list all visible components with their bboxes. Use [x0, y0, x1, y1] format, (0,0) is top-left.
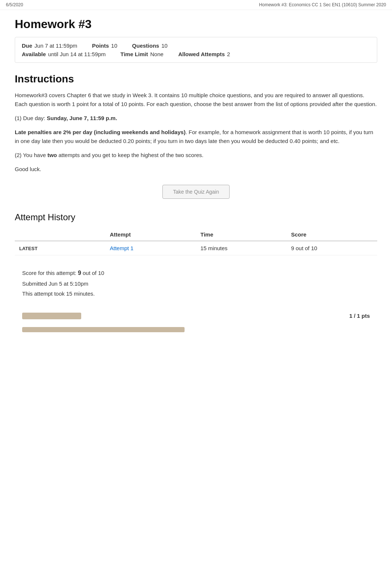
good-luck-line: Good luck. [15, 165, 377, 174]
attempt-details-box: Score for this attempt: 9 out of 10 Subm… [15, 263, 377, 304]
meta-due-value: Jun 7 at 11:59pm [34, 42, 77, 49]
instructions-paragraph1: Homework#3 covers Chapter 6 that we stud… [15, 91, 377, 109]
meta-available-value: until Jun 14 at 11:59pm [48, 51, 106, 57]
meta-allowed-attempts-value: 2 [227, 51, 230, 57]
col-header-score: Score [287, 228, 378, 241]
attempts-prefix: (2) You have [15, 152, 47, 158]
question-score: 1 / 1 pts [349, 313, 370, 319]
quiz-button-container: Take the Quiz Again [15, 185, 377, 199]
top-bar-date: 6/5/2020 [6, 2, 23, 7]
col-header-time: Time [196, 228, 287, 241]
meta-row-1: Due Jun 7 at 11:59pm Points 10 Questions… [22, 42, 370, 49]
top-bar-title: Homework #3: Economics CC 1 Sec EN1 (106… [259, 2, 386, 7]
attempt-score-line: Score for this attempt: 9 out of 10 [22, 268, 370, 279]
late-penalty-line: Late penalties are 2% per day (including… [15, 128, 377, 146]
due-day-line: (1) Due day: Sunday, June 7, 11:59 p.m. [15, 114, 377, 123]
meta-available-label: Available [22, 51, 46, 57]
table-header-row: Attempt Time Score [15, 228, 377, 241]
meta-box: Due Jun 7 at 11:59pm Points 10 Questions… [15, 37, 377, 63]
attempt-history-title: Attempt History [15, 212, 377, 222]
instructions-title: Instructions [15, 73, 377, 85]
attempts-bold: two [47, 152, 57, 158]
meta-points-value: 10 [111, 42, 117, 49]
attempt-1-link[interactable]: Attempt 1 [110, 245, 134, 251]
attempt-score-value: 9 [78, 270, 81, 276]
question-text-blurred [22, 324, 370, 333]
meta-time-limit-value: None [150, 51, 164, 57]
top-bar: 6/5/2020 Homework #3: Economics CC 1 Sec… [0, 0, 392, 10]
meta-due: Due Jun 7 at 11:59pm [22, 42, 77, 49]
meta-available: Available until Jun 14 at 11:59pm [22, 51, 106, 57]
page-title: Homework #3 [15, 17, 377, 31]
meta-points-label: Points [92, 42, 109, 49]
attempt-took-line: This attempt took 15 minutes. [22, 289, 370, 299]
meta-time-limit-label: Time Limit [120, 51, 148, 57]
main-content: Homework #3 Due Jun 7 at 11:59pm Points … [0, 10, 392, 354]
attempt-submitted-line: Submitted Jun 5 at 5:10pm [22, 279, 370, 289]
question-header: 1 / 1 pts [22, 313, 370, 320]
meta-allowed-attempts: Allowed Attempts 2 [178, 51, 230, 57]
attempt-history-table: Attempt Time Score LATEST Attempt 1 15 m… [15, 228, 377, 255]
take-quiz-button[interactable]: Take the Quiz Again [162, 185, 230, 199]
late-penalty-bold: Late penalties are 2% per day (including… [15, 129, 186, 135]
due-day-bold: Sunday, June 7, 11:59 p.m. [47, 115, 117, 121]
due-day-prefix: (1) Due day: [15, 115, 47, 121]
meta-due-label: Due [22, 42, 32, 49]
attempt-score-suffix: out of 10 [81, 270, 104, 276]
meta-allowed-attempts-label: Allowed Attempts [178, 51, 225, 57]
meta-questions: Questions 10 [132, 42, 168, 49]
attempt-latest-label: LATEST [15, 241, 106, 255]
attempt-link-cell: Attempt 1 [106, 241, 196, 255]
meta-points: Points 10 [92, 42, 117, 49]
question-label-blurred [22, 313, 81, 320]
meta-questions-value: 10 [161, 42, 168, 49]
attempt-score-prefix: Score for this attempt: [22, 270, 78, 276]
attempt-score-cell: 9 out of 10 [287, 241, 378, 255]
question-block: 1 / 1 pts [15, 313, 377, 333]
meta-time-limit: Time Limit None [120, 51, 164, 57]
attempt-time-cell: 15 minutes [196, 241, 287, 255]
attempts-line: (2) You have two attempts and you get to… [15, 151, 377, 160]
meta-row-2: Available until Jun 14 at 11:59pm Time L… [22, 51, 370, 57]
col-header-empty [15, 228, 106, 241]
table-row: LATEST Attempt 1 15 minutes 9 out of 10 [15, 241, 377, 255]
attempts-suffix: attempts and you get to keep the highest… [57, 152, 203, 158]
meta-questions-label: Questions [132, 42, 159, 49]
col-header-attempt: Attempt [106, 228, 196, 241]
